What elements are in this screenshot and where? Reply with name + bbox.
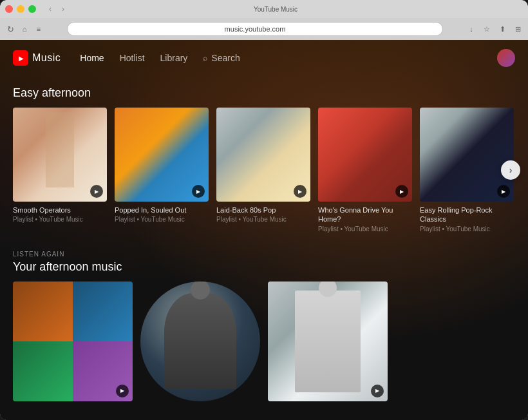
playlist-card-easy-rolling[interactable]: ▶ Easy Rolling Pop-Rock Classics Playlis…: [420, 108, 514, 233]
playlist-name-1: Popped In, Souled Out: [115, 205, 209, 215]
chevron-right-icon: ›: [509, 165, 513, 175]
easy-afternoon-title: Easy afternoon: [13, 86, 515, 100]
forward-button[interactable]: ›: [59, 3, 67, 15]
grid-collage: [13, 282, 133, 401]
playlist-card-popped-in[interactable]: ▶ Popped In, Souled Out Playlist • YouTu…: [115, 108, 209, 223]
play-icon: ▶: [497, 185, 510, 198]
playlist-name-0: Smooth Operators: [13, 205, 107, 215]
url-display: music.youtube.com: [225, 25, 286, 33]
reload-icon[interactable]: ↻: [5, 24, 15, 34]
home-icon[interactable]: ⌂: [19, 24, 30, 34]
suit-thumb: ▶: [268, 282, 388, 401]
youtube-music-app: Music Home Hotlist Library ⌕ Search Easy…: [0, 40, 528, 420]
playlist-sub-4: Playlist • YouTube Music: [420, 225, 514, 233]
search-icon: ⌕: [203, 53, 207, 62]
easy-rolling-thumb: ▶: [420, 108, 514, 202]
tina-thumb: [140, 282, 260, 401]
menu-icon[interactable]: ⊞: [513, 24, 523, 34]
youtube-icon: [13, 50, 28, 66]
tina-figure: [164, 293, 236, 389]
play-icon: ▶: [116, 385, 129, 397]
grid-thumb: ▶: [13, 282, 133, 401]
listen-card-grid[interactable]: ▶: [13, 282, 133, 401]
suit-figure: [295, 291, 361, 392]
play-icon: ▶: [371, 385, 384, 397]
share-icon[interactable]: ⬆: [497, 24, 507, 34]
maximize-button[interactable]: [28, 5, 36, 13]
playlist-name-2: Laid-Back 80s Pop: [216, 205, 310, 215]
logo-text: Music: [32, 52, 61, 64]
app-header: Music Home Hotlist Library ⌕ Search: [0, 40, 528, 76]
listen-card-suit[interactable]: ▶: [268, 282, 388, 401]
listen-again-section: LISTEN AGAIN Your afternoon music ▶: [0, 238, 528, 406]
tab-title: YouTube Music: [254, 6, 297, 13]
popped-in-thumb: ▶: [115, 108, 209, 202]
close-button[interactable]: [5, 5, 13, 13]
play-icon: ▶: [90, 185, 103, 198]
easy-afternoon-section: Easy afternoon ▶ Smooth Operators Playli…: [0, 76, 528, 238]
playlist-sub-3: Playlist • YouTube Music: [318, 225, 412, 233]
grid-cell-2: [73, 282, 133, 341]
address-bar[interactable]: music.youtube.com: [67, 22, 443, 36]
download-icon[interactable]: ↓: [466, 24, 476, 34]
whos-gonna-thumb: ▶: [318, 108, 412, 202]
avatar-image: [497, 49, 515, 67]
back-button[interactable]: ‹: [46, 3, 54, 15]
smooth-operators-thumb: ▶: [13, 108, 107, 202]
nav-library[interactable]: Library: [160, 53, 188, 63]
laidback-thumb: ▶: [216, 108, 310, 202]
browser-titlebar: ‹ › YouTube Music: [0, 0, 528, 18]
your-afternoon-music-title: Your afternoon music: [13, 260, 515, 274]
browser-window: ‹ › YouTube Music ↻ ⌂ ≡ music.youtube.co…: [0, 0, 528, 420]
toolbar-right: ↓ ☆ ⬆ ⊞: [466, 24, 523, 34]
play-icon: ▶: [395, 185, 408, 198]
playlist-sub-0: Playlist • YouTube Music: [13, 216, 107, 223]
browser-toolbar: ↻ ⌂ ≡ music.youtube.com ↓ ☆ ⬆ ⊞: [0, 18, 528, 40]
grid-cell-3: [13, 341, 73, 401]
user-avatar[interactable]: [497, 49, 515, 67]
carousel-next-button[interactable]: ›: [501, 160, 520, 180]
main-nav: Home Hotlist Library ⌕ Search: [80, 53, 497, 63]
nav-home[interactable]: Home: [80, 53, 104, 63]
browser-nav: ‹ ›: [46, 3, 67, 15]
playlist-card-smooth-operators[interactable]: ▶ Smooth Operators Playlist • YouTube Mu…: [13, 108, 107, 223]
listen-row: ▶ ▶: [13, 282, 515, 401]
playlist-card-whos-gonna[interactable]: ▶ Who's Gonna Drive You Home? Playlist •…: [318, 108, 412, 233]
main-content: Easy afternoon ▶ Smooth Operators Playli…: [0, 76, 528, 420]
playlist-sub-1: Playlist • YouTube Music: [115, 216, 209, 223]
playlist-name-4: Easy Rolling Pop-Rock Classics: [420, 205, 514, 224]
search-label: Search: [211, 53, 240, 63]
playlist-name-3: Who's Gonna Drive You Home?: [318, 205, 412, 224]
playlist-card-laidback[interactable]: ▶ Laid-Back 80s Pop Playlist • YouTube M…: [216, 108, 310, 223]
playlist-row: ▶ Smooth Operators Playlist • YouTube Mu…: [13, 108, 515, 233]
grid-cell-1: [13, 282, 73, 341]
bookmark-icon[interactable]: ☆: [482, 24, 492, 34]
playlist-sub-2: Playlist • YouTube Music: [216, 216, 310, 223]
search-button[interactable]: ⌕ Search: [203, 53, 240, 63]
play-icon: ▶: [294, 185, 306, 198]
nav-hotlist[interactable]: Hotlist: [120, 53, 145, 63]
play-icon: ▶: [192, 185, 205, 198]
minimize-button[interactable]: [17, 5, 24, 13]
app-logo[interactable]: Music: [13, 50, 61, 66]
listen-again-label: LISTEN AGAIN: [13, 251, 515, 258]
reader-icon[interactable]: ≡: [33, 24, 44, 34]
listen-card-tina[interactable]: [140, 282, 260, 401]
